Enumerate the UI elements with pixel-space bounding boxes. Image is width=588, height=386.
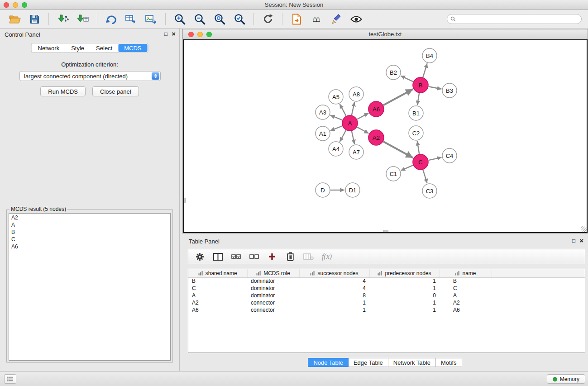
cell-shared-name[interactable]: A (188, 292, 247, 299)
node-A5[interactable]: A5 (329, 90, 343, 104)
delete-column-button[interactable] (283, 250, 297, 263)
node-C4[interactable]: C4 (442, 148, 457, 163)
cell-successor-nodes[interactable]: 4 (299, 285, 369, 292)
cell-MCDS-role[interactable]: dominator (247, 277, 299, 285)
edge-A2-C[interactable] (383, 142, 413, 158)
cell-name[interactable]: A2 (440, 299, 492, 306)
cell-predecessor-nodes[interactable]: 1 (369, 285, 440, 292)
node-B2[interactable]: B2 (386, 65, 401, 80)
cell-name[interactable]: A (440, 292, 492, 299)
tab-style[interactable]: Style (65, 44, 90, 52)
close-window-icon[interactable] (4, 2, 9, 8)
table-row[interactable]: A2connector11A2 (188, 299, 585, 306)
edge-A-A3[interactable] (330, 115, 343, 120)
cell-shared-name[interactable]: B (188, 277, 247, 285)
cell-MCDS-role[interactable]: connector (247, 299, 299, 306)
edge-A-A5[interactable] (340, 104, 346, 116)
node-C[interactable]: C (413, 154, 428, 170)
close-panel-icon[interactable]: × (172, 31, 176, 37)
edge-A-A2[interactable] (357, 127, 369, 133)
node-A[interactable]: A (342, 115, 358, 131)
import-table-from-file-button[interactable] (74, 11, 92, 27)
network-close-icon[interactable] (188, 32, 194, 37)
maximize-window-icon[interactable] (22, 2, 27, 8)
export-image-button[interactable] (142, 11, 160, 27)
edge-C-C3[interactable] (423, 170, 427, 183)
horizontal-scrollbar-thumb[interactable] (383, 230, 388, 232)
network-minimize-icon[interactable] (197, 32, 203, 37)
tab-network-table[interactable]: Network Table (388, 358, 436, 367)
edge-C-C2[interactable] (417, 141, 419, 154)
zoom-out-button[interactable] (191, 11, 209, 27)
mcds-result-item[interactable]: A2 (11, 214, 168, 221)
memory-button[interactable]: Memory (547, 374, 585, 384)
cell-predecessor-nodes[interactable]: 1 (369, 277, 440, 285)
cell-MCDS-role[interactable]: dominator (247, 292, 299, 299)
mcds-result-list[interactable]: A2ABCA6 (9, 213, 171, 361)
cell-name[interactable]: B (440, 277, 492, 285)
float-panel-icon[interactable]: □ (164, 31, 167, 37)
show-columns-button[interactable] (211, 250, 225, 263)
cell-successor-nodes[interactable]: 1 (299, 299, 369, 306)
search-input[interactable] (447, 14, 582, 24)
node-D1[interactable]: D1 (345, 183, 360, 197)
edge-C-C4[interactable] (429, 157, 442, 160)
mcds-result-item[interactable]: A (11, 221, 168, 229)
refresh-button[interactable] (259, 11, 277, 27)
zoom-fit-button[interactable] (210, 11, 229, 27)
edge-B-B2[interactable] (401, 76, 413, 82)
table-settings-button[interactable] (193, 250, 206, 263)
network-maximize-icon[interactable] (206, 32, 212, 37)
edge-A-A7[interactable] (352, 131, 354, 144)
column-header-successor-nodes[interactable]: successor nodes (299, 269, 369, 277)
home-button[interactable]: ⌂⌂ (307, 11, 325, 27)
table-row[interactable]: Cdominator41C (188, 285, 585, 292)
edge-A-A6[interactable] (357, 113, 368, 119)
network-canvas[interactable]: B4B2BB3A8A5A6A3B1AC2A1A2A4A7C4CC1C3DD1 (183, 39, 588, 233)
minimize-window-icon[interactable] (13, 2, 18, 8)
cell-name[interactable]: C (440, 285, 492, 292)
zoom-in-button[interactable] (171, 11, 189, 27)
load-network-button[interactable] (102, 11, 120, 27)
edge-C-C1[interactable] (401, 165, 413, 171)
cell-shared-name[interactable]: C (188, 285, 247, 292)
node-A2[interactable]: A2 (368, 130, 384, 145)
column-header-MCDS-role[interactable]: MCDS role (247, 269, 299, 277)
cell-predecessor-nodes[interactable]: 1 (369, 299, 440, 306)
cell-shared-name[interactable]: A6 (188, 306, 247, 314)
node-A3[interactable]: A3 (316, 105, 330, 119)
cell-MCDS-role[interactable]: connector (247, 306, 299, 314)
tab-node-table[interactable]: Node Table (308, 358, 349, 367)
node-C1[interactable]: C1 (386, 167, 401, 181)
edge-A-A1[interactable] (330, 126, 342, 130)
column-header-shared-name[interactable]: shared name (188, 269, 247, 277)
mcds-result-item[interactable]: A6 (11, 243, 168, 250)
style-button[interactable] (327, 11, 345, 27)
column-header-name[interactable]: name (440, 269, 492, 277)
cell-predecessor-nodes[interactable]: 0 (369, 292, 440, 299)
tab-network[interactable]: Network (32, 44, 65, 52)
tab-select[interactable]: Select (90, 44, 118, 52)
save-session-button[interactable] (25, 11, 43, 27)
close-table-panel-icon[interactable]: × (579, 238, 583, 244)
table-row[interactable]: Adominator80A (188, 292, 585, 299)
mcds-result-item[interactable]: C (11, 236, 168, 243)
node-B4[interactable]: B4 (422, 48, 437, 63)
node-C2[interactable]: C2 (409, 126, 423, 140)
import-network-from-table-button[interactable] (122, 11, 140, 27)
float-table-panel-icon[interactable]: □ (572, 238, 575, 244)
tab-motifs[interactable]: Motifs (435, 358, 462, 367)
close-panel-button[interactable]: Close panel (92, 86, 139, 96)
show-hide-button[interactable] (347, 11, 365, 27)
deselect-all-button[interactable] (247, 250, 261, 263)
node-A8[interactable]: A8 (349, 87, 363, 101)
mcds-result-item[interactable]: B (11, 229, 168, 236)
tab-edge-table[interactable]: Edge Table (348, 358, 388, 367)
open-document-button[interactable] (287, 11, 306, 27)
node-B[interactable]: B (413, 77, 428, 93)
node-A4[interactable]: A4 (329, 142, 343, 156)
optimization-criterion-select[interactable]: largest connected component (directed) (19, 71, 161, 81)
select-all-button[interactable] (229, 250, 243, 263)
table-row[interactable]: Bdominator41B (188, 277, 585, 285)
node-A7[interactable]: A7 (349, 145, 363, 159)
